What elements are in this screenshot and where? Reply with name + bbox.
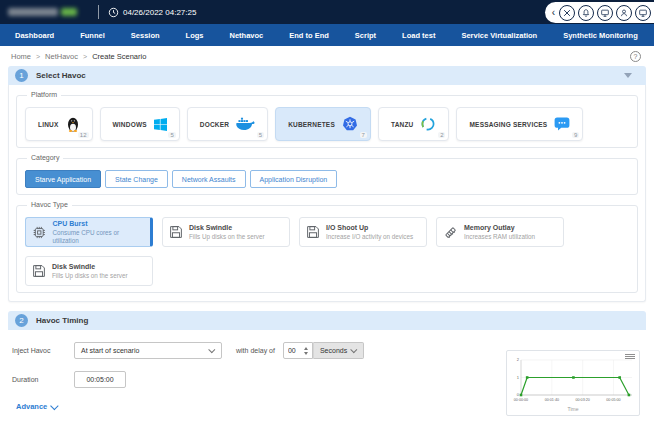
platform-count-badge: 9 <box>572 132 579 138</box>
platform-group-label: Platform <box>27 91 61 98</box>
havoc-card-cpu-burst[interactable]: CPU Burst Consume CPU cores or utilizati… <box>25 217 153 247</box>
stepper-up-icon[interactable] <box>304 347 308 350</box>
inject-havoc-value: At start of scenario <box>81 347 139 354</box>
windows-icon <box>154 118 167 131</box>
category-button-state-change[interactable]: State Change <box>105 170 168 188</box>
platform-count-badge: 12 <box>78 132 89 138</box>
delay-value-stepper[interactable] <box>283 342 313 359</box>
kubernetes-icon <box>342 116 358 132</box>
section-title: Havoc Timing <box>36 316 88 325</box>
stepper-arrows[interactable] <box>304 347 308 355</box>
chart-x-axis-label: Time <box>509 406 637 412</box>
svg-text:2: 2 <box>517 357 520 362</box>
nav-item-nethavoc[interactable]: Nethavoc <box>216 31 276 40</box>
platform-name: KUBERNETES <box>288 121 335 128</box>
chart-menu-icon[interactable] <box>625 354 635 359</box>
havoc-card-desc: Consume CPU cores or utilization <box>53 229 144 245</box>
select-havoc-header[interactable]: 1 Select Havoc <box>8 66 646 85</box>
help-icon[interactable]: ? <box>630 51 641 62</box>
nav-item-logs[interactable]: Logs <box>173 31 217 40</box>
breadcrumb-separator: > <box>36 53 40 60</box>
havoc-card-desc: Increase I/O activity on devices <box>326 233 413 241</box>
floppy-disk-icon <box>306 225 320 239</box>
category-row: Starve Application State Change Network … <box>25 170 629 188</box>
inject-havoc-select[interactable]: At start of scenario <box>74 342 222 359</box>
section-title: Select Havoc <box>36 71 86 80</box>
platform-count-badge: 7 <box>360 132 367 138</box>
platform-card-kubernetes[interactable]: KUBERNETES 7 <box>275 107 371 141</box>
collapse-caret-icon[interactable] <box>624 73 632 78</box>
breadcrumb-nethavoc[interactable]: NetHavoc <box>45 52 78 61</box>
tanzu-icon <box>420 116 436 132</box>
platform-card-linux[interactable]: LINUX 12 <box>25 107 93 141</box>
platform-card-messaging-services[interactable]: MESSAGING SERVICES 9 <box>456 107 583 141</box>
havoc-card-title: Disk Swindle <box>52 262 128 272</box>
chevron-down-icon <box>208 346 215 353</box>
nav-item-end-to-end[interactable]: End to End <box>276 31 342 40</box>
havoc-timing-header[interactable]: 2 Havoc Timing <box>8 311 646 330</box>
platform-card-tanzu[interactable]: TANZU 2 <box>378 107 450 141</box>
havoc-card-desc: Fills Up disks on the server <box>52 272 128 280</box>
user-icon[interactable] <box>616 5 632 21</box>
chat-bubble-icon <box>554 116 570 132</box>
delay-unit-select[interactable]: Seconds <box>313 342 364 359</box>
screen-share-icon[interactable] <box>635 5 651 21</box>
category-button-starve-application[interactable]: Starve Application <box>25 170 101 188</box>
nav-item-service-virtualization[interactable]: Service Virtualization <box>448 31 550 40</box>
nav-item-session[interactable]: Session <box>118 31 173 40</box>
havoc-card-title: CPU Burst <box>53 219 144 229</box>
platform-card-docker[interactable]: DOCKER 5 <box>187 107 268 141</box>
svg-text:00:00:00: 00:00:00 <box>514 398 528 402</box>
svg-text:1: 1 <box>517 375 520 380</box>
havoc-timing-section: 2 Havoc Timing Inject Havoc At start of … <box>8 311 646 426</box>
breadcrumb-separator: > <box>83 53 87 60</box>
select-havoc-section: 1 Select Havoc Platform LINUX <box>8 66 646 302</box>
ram-stick-icon <box>443 225 458 240</box>
platform-name: TANZU <box>391 121 414 128</box>
docker-whale-icon <box>236 117 255 131</box>
havoc-card-io-shoot-up[interactable]: I/O Shoot Up Increase I/O activity on de… <box>299 217 427 247</box>
platform-count-badge: 5 <box>257 132 264 138</box>
platform-card-windows[interactable]: WINDOWS 5 <box>100 107 180 141</box>
havoc-card-desc: Increases RAM utilization <box>464 233 535 241</box>
system-timestamp: 04/26/2022 04:27:25 <box>108 7 196 18</box>
nav-item-synthetic-monitoring[interactable]: Synthetic Monitoring <box>550 31 651 40</box>
floppy-disk-icon <box>169 225 183 239</box>
delay-value-input[interactable] <box>288 347 302 354</box>
nav-item-dashboard[interactable]: Dashboard <box>2 31 67 40</box>
bell-icon[interactable] <box>578 5 594 21</box>
havoc-card-title: I/O Shoot Up <box>326 223 413 233</box>
nav-item-script[interactable]: Script <box>342 31 389 40</box>
nav-item-funnel[interactable]: Funnel <box>67 31 118 40</box>
logo-blurred <box>8 8 58 16</box>
tools-icon[interactable] <box>559 5 575 21</box>
stepper-down-icon[interactable] <box>304 352 308 355</box>
svg-text:00:05:00: 00:05:00 <box>606 398 620 402</box>
top-bar: 04/26/2022 04:27:25 ‹ <box>0 0 654 24</box>
platform-group: Platform LINUX 12 <box>16 95 638 148</box>
section-number-badge: 2 <box>15 314 28 327</box>
havoc-card-desc: Fills Up disks on the server <box>189 233 265 241</box>
advance-link[interactable]: Advance <box>16 402 58 411</box>
chevron-down-icon <box>50 402 58 410</box>
havoc-timing-body: Inject Havoc At start of scenario with d… <box>8 342 646 426</box>
havoc-card-disk-swindle-2[interactable]: Disk Swindle Fills Up disks on the serve… <box>25 256 153 286</box>
category-button-network-assaults[interactable]: Network Assaults <box>172 170 246 188</box>
topbar-divider <box>98 5 99 19</box>
floppy-disk-icon <box>32 264 46 278</box>
monitor-icon[interactable] <box>597 5 613 21</box>
havoc-card-memory-outlay[interactable]: Memory Outlay Increases RAM utilization <box>436 217 564 247</box>
platform-name: DOCKER <box>200 121 229 128</box>
duration-input[interactable] <box>74 371 126 388</box>
select-havoc-body: Platform LINUX 12 <box>8 85 646 302</box>
breadcrumb-home[interactable]: Home <box>11 52 31 61</box>
platform-count-badge: 5 <box>168 132 175 138</box>
nav-item-load-test[interactable]: Load test <box>389 31 448 40</box>
havoc-card-disk-swindle[interactable]: Disk Swindle Fills Up disks on the serve… <box>162 217 290 247</box>
duration-label: Duration <box>12 376 74 383</box>
pill-collapse-chevron[interactable]: ‹ <box>552 8 555 18</box>
advance-label: Advance <box>16 402 47 411</box>
havoc-card-title: Memory Outlay <box>464 223 535 233</box>
platform-name: LINUX <box>38 121 59 128</box>
category-button-application-disruption[interactable]: Application Disruption <box>250 170 338 188</box>
